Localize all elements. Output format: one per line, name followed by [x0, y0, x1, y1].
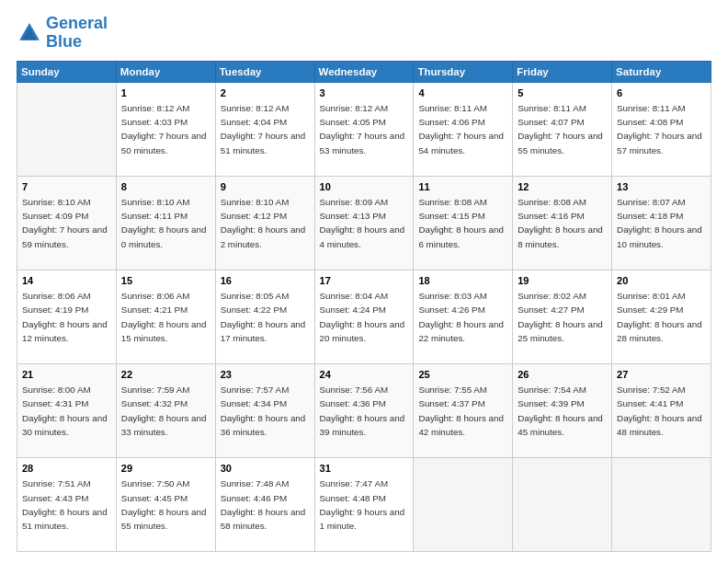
day-info: Sunrise: 8:10 AMSunset: 4:09 PMDaylight:…: [22, 197, 108, 249]
day-cell: 27 Sunrise: 7:52 AMSunset: 4:41 PMDaylig…: [612, 363, 711, 457]
logo: General Blue: [17, 15, 108, 52]
header-day-saturday: Saturday: [612, 61, 711, 82]
day-cell: 25 Sunrise: 7:55 AMSunset: 4:37 PMDaylig…: [414, 363, 513, 457]
day-info: Sunrise: 8:08 AMSunset: 4:16 PMDaylight:…: [518, 197, 603, 249]
calendar-table: SundayMondayTuesdayWednesdayThursdayFrid…: [17, 61, 711, 552]
day-info: Sunrise: 8:07 AMSunset: 4:18 PMDaylight:…: [617, 197, 702, 249]
day-cell: 5 Sunrise: 8:11 AMSunset: 4:07 PMDayligh…: [513, 82, 612, 176]
header-day-friday: Friday: [513, 61, 612, 82]
day-number: 28: [22, 462, 111, 476]
logo-icon: [17, 20, 42, 46]
day-number: 19: [518, 274, 607, 288]
day-cell: 6 Sunrise: 8:11 AMSunset: 4:08 PMDayligh…: [612, 82, 711, 176]
day-info: Sunrise: 8:08 AMSunset: 4:15 PMDaylight:…: [418, 197, 504, 249]
day-info: Sunrise: 8:12 AMSunset: 4:04 PMDaylight:…: [221, 103, 306, 155]
day-info: Sunrise: 8:02 AMSunset: 4:27 PMDaylight:…: [518, 291, 603, 343]
day-number: 27: [617, 368, 706, 382]
day-cell: 9 Sunrise: 8:10 AMSunset: 4:12 PMDayligh…: [215, 176, 314, 270]
day-cell: 8 Sunrise: 8:10 AMSunset: 4:11 PMDayligh…: [116, 176, 215, 270]
day-info: Sunrise: 8:01 AMSunset: 4:29 PMDaylight:…: [617, 291, 702, 343]
day-cell: 28 Sunrise: 7:51 AMSunset: 4:43 PMDaylig…: [17, 457, 117, 551]
day-number: 4: [418, 86, 507, 100]
day-cell: 19 Sunrise: 8:02 AMSunset: 4:27 PMDaylig…: [513, 270, 612, 363]
header-day-sunday: Sunday: [17, 61, 117, 82]
day-cell: 12 Sunrise: 8:08 AMSunset: 4:16 PMDaylig…: [513, 176, 612, 270]
day-cell: 18 Sunrise: 8:03 AMSunset: 4:26 PMDaylig…: [414, 270, 513, 363]
day-cell: 15 Sunrise: 8:06 AMSunset: 4:21 PMDaylig…: [116, 270, 215, 363]
day-cell: 22 Sunrise: 7:59 AMSunset: 4:32 PMDaylig…: [116, 363, 215, 457]
day-info: Sunrise: 7:56 AMSunset: 4:36 PMDaylight:…: [320, 385, 405, 437]
day-number: 14: [22, 274, 111, 288]
week-row-3: 14 Sunrise: 8:06 AMSunset: 4:19 PMDaylig…: [17, 270, 711, 363]
day-number: 1: [121, 86, 210, 100]
day-cell: 30 Sunrise: 7:48 AMSunset: 4:46 PMDaylig…: [215, 457, 314, 551]
day-cell: 10 Sunrise: 8:09 AMSunset: 4:13 PMDaylig…: [314, 176, 414, 270]
day-cell: 17 Sunrise: 8:04 AMSunset: 4:24 PMDaylig…: [314, 270, 414, 363]
day-number: 8: [121, 180, 210, 194]
day-cell: 2 Sunrise: 8:12 AMSunset: 4:04 PMDayligh…: [215, 82, 314, 176]
day-number: 31: [320, 462, 409, 476]
header-day-thursday: Thursday: [414, 61, 513, 82]
day-number: 2: [221, 86, 310, 100]
day-info: Sunrise: 8:05 AMSunset: 4:22 PMDaylight:…: [221, 291, 306, 343]
day-number: 3: [320, 86, 409, 100]
day-info: Sunrise: 8:10 AMSunset: 4:11 PMDaylight:…: [121, 197, 207, 249]
day-info: Sunrise: 7:50 AMSunset: 4:45 PMDaylight:…: [121, 478, 207, 531]
day-cell: 13 Sunrise: 8:07 AMSunset: 4:18 PMDaylig…: [612, 176, 711, 270]
day-info: Sunrise: 7:59 AMSunset: 4:32 PMDaylight:…: [121, 385, 207, 437]
day-number: 18: [418, 274, 507, 288]
day-info: Sunrise: 7:55 AMSunset: 4:37 PMDaylight:…: [418, 385, 504, 437]
day-cell: 31 Sunrise: 7:47 AMSunset: 4:48 PMDaylig…: [314, 457, 414, 551]
day-number: 23: [221, 368, 310, 382]
week-row-1: 1 Sunrise: 8:12 AMSunset: 4:03 PMDayligh…: [17, 82, 711, 176]
week-row-4: 21 Sunrise: 8:00 AMSunset: 4:31 PMDaylig…: [17, 363, 711, 457]
day-number: 29: [121, 462, 210, 476]
day-info: Sunrise: 8:10 AMSunset: 4:12 PMDaylight:…: [221, 197, 306, 249]
day-cell: 23 Sunrise: 7:57 AMSunset: 4:34 PMDaylig…: [215, 363, 314, 457]
day-number: 30: [221, 462, 310, 476]
calendar-header-row: SundayMondayTuesdayWednesdayThursdayFrid…: [17, 61, 711, 82]
day-info: Sunrise: 8:11 AMSunset: 4:06 PMDaylight:…: [418, 103, 504, 155]
header-day-wednesday: Wednesday: [314, 61, 414, 82]
day-info: Sunrise: 8:11 AMSunset: 4:08 PMDaylight:…: [617, 103, 702, 155]
day-cell: 1 Sunrise: 8:12 AMSunset: 4:03 PMDayligh…: [116, 82, 215, 176]
day-cell: 29 Sunrise: 7:50 AMSunset: 4:45 PMDaylig…: [116, 457, 215, 551]
day-number: 7: [22, 180, 111, 194]
day-cell: 20 Sunrise: 8:01 AMSunset: 4:29 PMDaylig…: [612, 270, 711, 363]
day-info: Sunrise: 7:47 AMSunset: 4:48 PMDaylight:…: [320, 478, 405, 531]
day-info: Sunrise: 7:48 AMSunset: 4:46 PMDaylight:…: [221, 478, 306, 531]
logo-text: General Blue: [46, 15, 108, 52]
day-number: 16: [221, 274, 310, 288]
day-cell: 11 Sunrise: 8:08 AMSunset: 4:15 PMDaylig…: [414, 176, 513, 270]
day-number: 24: [320, 368, 409, 382]
day-info: Sunrise: 8:06 AMSunset: 4:19 PMDaylight:…: [22, 291, 108, 343]
day-cell: 14 Sunrise: 8:06 AMSunset: 4:19 PMDaylig…: [17, 270, 117, 363]
day-cell: 16 Sunrise: 8:05 AMSunset: 4:22 PMDaylig…: [215, 270, 314, 363]
day-info: Sunrise: 7:52 AMSunset: 4:41 PMDaylight:…: [617, 385, 702, 437]
day-info: Sunrise: 8:12 AMSunset: 4:05 PMDaylight:…: [320, 103, 405, 155]
day-cell: [414, 457, 513, 551]
day-info: Sunrise: 7:57 AMSunset: 4:34 PMDaylight:…: [221, 385, 306, 437]
day-number: 21: [22, 368, 111, 382]
day-info: Sunrise: 8:06 AMSunset: 4:21 PMDaylight:…: [121, 291, 207, 343]
day-number: 12: [518, 180, 607, 194]
week-row-2: 7 Sunrise: 8:10 AMSunset: 4:09 PMDayligh…: [17, 176, 711, 270]
header-day-monday: Monday: [116, 61, 215, 82]
page: General Blue SundayMondayTuesdayWednesda…: [0, 0, 728, 563]
day-cell: [513, 457, 612, 551]
day-number: 10: [320, 180, 409, 194]
day-cell: 4 Sunrise: 8:11 AMSunset: 4:06 PMDayligh…: [414, 82, 513, 176]
day-number: 9: [221, 180, 310, 194]
day-number: 17: [320, 274, 409, 288]
day-cell: [612, 457, 711, 551]
day-number: 5: [518, 86, 607, 100]
day-number: 6: [617, 86, 706, 100]
day-number: 15: [121, 274, 210, 288]
day-cell: 7 Sunrise: 8:10 AMSunset: 4:09 PMDayligh…: [17, 176, 117, 270]
day-info: Sunrise: 8:03 AMSunset: 4:26 PMDaylight:…: [418, 291, 504, 343]
day-info: Sunrise: 7:54 AMSunset: 4:39 PMDaylight:…: [518, 385, 603, 437]
day-info: Sunrise: 7:51 AMSunset: 4:43 PMDaylight:…: [22, 478, 108, 531]
day-cell: 26 Sunrise: 7:54 AMSunset: 4:39 PMDaylig…: [513, 363, 612, 457]
header-day-tuesday: Tuesday: [215, 61, 314, 82]
day-cell: 3 Sunrise: 8:12 AMSunset: 4:05 PMDayligh…: [314, 82, 414, 176]
